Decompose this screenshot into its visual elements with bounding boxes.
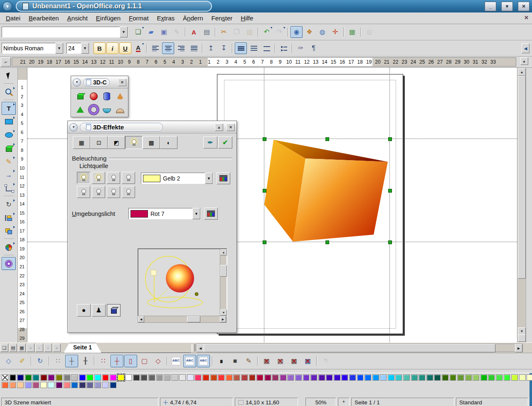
3d-cube-button[interactable] (74, 90, 86, 102)
paragraph-dialog-button[interactable]: ¶ (308, 42, 320, 54)
color-swatch[interactable] (272, 374, 278, 381)
preview-hscroll-thumb[interactable] (187, 316, 200, 322)
cursor-position-cell[interactable]: 4,74 / 6,74 (160, 398, 233, 406)
color-swatch[interactable] (434, 374, 441, 381)
selection-handle[interactable] (325, 240, 329, 244)
stylist-button[interactable]: ❖ (303, 26, 315, 38)
color-swatch[interactable] (395, 374, 402, 381)
color-swatch[interactable] (32, 382, 39, 388)
scroll-down-button[interactable]: ▼ (220, 309, 227, 316)
vertical-scrollbar[interactable]: ▲ ▼ (517, 68, 526, 342)
snap-to-grid-button[interactable]: ∷ (97, 355, 110, 367)
color-swatch[interactable] (233, 374, 240, 381)
shade-button[interactable]: ▼ (501, 2, 513, 11)
tab-favorites[interactable]: ▦ (73, 136, 90, 149)
modify-object-with-attributes-button[interactable]: ✎ (242, 355, 255, 367)
vertical-scroll-thumb[interactable] (518, 76, 526, 279)
light-preview[interactable]: ▲ ▼ (138, 248, 227, 317)
increase-spacing-button[interactable]: ↥ (205, 42, 217, 54)
dialog-menu-button[interactable]: ▼ (69, 123, 78, 131)
color-swatch[interactable] (426, 374, 433, 381)
3d-half-sphere-button[interactable] (114, 104, 126, 115)
show-guides-button[interactable]: ┼ (65, 355, 78, 367)
text-placeholder-button[interactable]: ▩✕ (288, 355, 300, 367)
horizontal-scroll-thumb[interactable] (204, 344, 495, 352)
light-color-picker-button[interactable] (217, 172, 230, 184)
color-swatch[interactable] (295, 374, 302, 381)
tab-stop-selector-button[interactable]: ⌐ (1, 57, 11, 67)
line-spacing-15-button[interactable] (248, 42, 260, 54)
page[interactable] (217, 74, 403, 334)
tab-illumination[interactable] (125, 136, 143, 149)
font-size-input[interactable] (67, 44, 81, 52)
tab-shading[interactable]: ◩ (108, 136, 125, 149)
color-swatch[interactable] (79, 374, 86, 381)
next-page-button[interactable]: › (44, 344, 52, 352)
color-swatch[interactable] (133, 374, 140, 381)
show-grid-button[interactable]: ∷ (52, 355, 64, 367)
3d-cone-button[interactable] (114, 90, 126, 102)
connector-tool-button[interactable] (2, 182, 16, 195)
dialog-rollup-button[interactable]: ▲ (215, 124, 223, 131)
picture-placeholder-button[interactable]: ▦✕ (260, 355, 273, 367)
minimize-button[interactable]: _ (485, 2, 496, 11)
color-swatch[interactable] (357, 374, 364, 381)
color-swatch[interactable] (64, 374, 70, 381)
light-source-4-button[interactable] (122, 172, 135, 184)
color-swatch[interactable] (403, 374, 410, 381)
close-button[interactable]: ✕ (518, 2, 530, 11)
color-swatch[interactable] (179, 374, 186, 381)
color-swatch[interactable] (411, 374, 418, 381)
menu-ansicht[interactable]: Ansicht (63, 13, 92, 23)
color-swatch[interactable] (326, 374, 332, 381)
snap-to-object-points-button[interactable]: ◇ (152, 355, 165, 367)
font-color-button[interactable]: A▾ (132, 42, 144, 54)
menu-ndern[interactable]: Ändern (179, 13, 207, 23)
scroll-right-button[interactable]: ▶ (220, 316, 226, 322)
color-swatch[interactable] (442, 374, 448, 381)
rotate-tool-button[interactable]: ↻ (2, 198, 16, 211)
color-swatch[interactable] (519, 374, 526, 381)
color-swatch[interactable] (118, 374, 124, 381)
color-swatch[interactable] (40, 382, 47, 388)
underline-button[interactable]: U (119, 42, 131, 54)
scroll-down-button[interactable]: ▼ (518, 327, 526, 335)
color-swatch[interactable] (504, 374, 510, 381)
line-spacing-2-button[interactable] (261, 42, 273, 54)
color-swatch[interactable] (457, 374, 464, 381)
color-swatch[interactable] (187, 374, 194, 381)
selection-handle[interactable] (325, 137, 329, 141)
palette-menu-button[interactable]: ▼ (73, 78, 81, 87)
color-swatch[interactable] (56, 374, 62, 381)
light-source-2-button[interactable] (92, 172, 105, 184)
decrease-spacing-button[interactable]: ↧ (218, 42, 230, 54)
selection-handle[interactable] (388, 240, 392, 244)
bullets-button[interactable] (278, 42, 290, 54)
zoom-page-button[interactable]: ✛ (329, 26, 341, 38)
dialog-close-button[interactable]: ✕ (227, 124, 235, 131)
selection-handle[interactable] (388, 137, 392, 141)
light-color-dropdown-button[interactable]: ▼ (205, 173, 213, 184)
3d-cylinder-button[interactable] (101, 90, 113, 102)
color-swatch[interactable] (156, 374, 163, 381)
color-swatch[interactable] (17, 382, 24, 388)
menu-bearbeiten[interactable]: Bearbeiten (25, 13, 63, 23)
color-swatch[interactable] (94, 374, 101, 381)
preview-cube-button[interactable] (107, 304, 121, 317)
window-menu-button[interactable]: ▼ (2, 1, 12, 11)
color-swatch[interactable] (48, 382, 54, 388)
preview-vscroll-thumb[interactable] (220, 265, 227, 277)
scroll-left-button[interactable]: ◀ (197, 344, 204, 352)
zoom-cell[interactable]: 50% (305, 398, 336, 406)
contour-mode-button[interactable]: ▧✕ (274, 355, 287, 367)
align-justify-button[interactable] (188, 42, 200, 54)
color-swatch[interactable] (210, 374, 217, 381)
scroll-up-button[interactable]: ▲ (518, 68, 526, 76)
apply-check-button[interactable]: ✔ (218, 136, 232, 149)
ambient-color-dropdown[interactable]: Rot 7 ▼ (128, 208, 201, 219)
toolbar-expander-button[interactable]: ◀ (522, 43, 530, 53)
font-name-dropdown-button[interactable]: ▼ (55, 43, 63, 54)
color-swatch[interactable] (226, 374, 232, 381)
3d-bowl-button[interactable] (101, 104, 113, 115)
3d-sphere-button[interactable] (87, 90, 100, 102)
